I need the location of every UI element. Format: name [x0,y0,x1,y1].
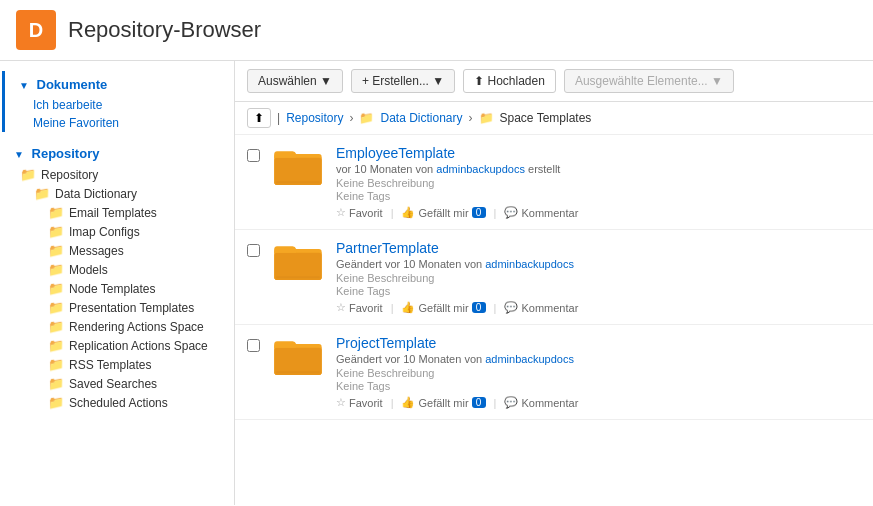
create-button[interactable]: + Erstellen... ▼ [351,69,455,93]
sidebar-tree-item-10[interactable]: 📁RSS Templates [0,355,234,374]
sidebar-tree-label: Messages [69,244,124,258]
breadcrumb-up-button[interactable]: ⬆ [247,108,271,128]
up-arrow-icon: ⬆ [254,111,264,125]
comment-link-employee-template[interactable]: 💬 Kommentar [504,206,578,219]
item-checkbox-0[interactable] [247,149,260,162]
folder-icon-tree: 📁 [48,376,64,391]
like-link-employee-template[interactable]: 👍 Gefällt mir 0 [401,206,485,219]
select-button[interactable]: Auswählen ▼ [247,69,343,93]
sidebar: ▼ Dokumente Ich bearbeite Meine Favorite… [0,61,235,505]
item-title-partner-template[interactable]: PartnerTemplate [336,240,861,256]
sidebar-tree-item-0[interactable]: 📁Repository [0,165,234,184]
svg-rect-13 [274,348,321,375]
item-author-partner-template[interactable]: adminbackupdocs [485,258,574,270]
item-meta-partner-template: Geändert vor 10 Monaten von adminbackupd… [336,258,861,270]
sidebar-tree-item-7[interactable]: 📁Presentation Templates [0,298,234,317]
divider1-partner-template: | [391,302,394,314]
item-title-project-template[interactable]: ProjectTemplate [336,335,861,351]
sidebar-tree-label: Data Dictionary [55,187,137,201]
item-author-project-template[interactable]: adminbackupdocs [485,353,574,365]
thumb-icon-employee-template: 👍 [401,206,415,219]
sidebar-tree-item-5[interactable]: 📁Models [0,260,234,279]
logo-letter: D [29,19,43,42]
sidebar-tree-item-12[interactable]: 📁Scheduled Actions [0,393,234,412]
folder-icon-tree: 📁 [48,281,64,296]
comment-icon-partner-template: 💬 [504,301,518,314]
item-meta-employee-template: vor 10 Monaten von adminbackupdocs erste… [336,163,861,175]
item-tags-partner-template: Keine Tags [336,285,861,297]
sidebar-tree-label: Models [69,263,108,277]
comment-label-partner-template: Kommentar [521,302,578,314]
like-count-project-template: 0 [472,397,486,408]
breadcrumb: ⬆ | Repository › 📁 Data Dictionary › 📁 S… [235,102,873,135]
divider1-project-template: | [391,397,394,409]
sidebar-tree-item-1[interactable]: 📁Data Dictionary [0,184,234,203]
comment-link-partner-template[interactable]: 💬 Kommentar [504,301,578,314]
item-author-employee-template[interactable]: adminbackupdocs [436,163,525,175]
sidebar-tree-item-6[interactable]: 📁Node Templates [0,279,234,298]
sidebar-tree-item-9[interactable]: 📁Replication Actions Space [0,336,234,355]
like-count-employee-template: 0 [472,207,486,218]
folder-icon-tree: 📁 [48,357,64,372]
comment-icon-employee-template: 💬 [504,206,518,219]
comment-label-project-template: Kommentar [521,397,578,409]
sidebar-tree-label: Imap Configs [69,225,140,239]
item-title-employee-template[interactable]: EmployeeTemplate [336,145,861,161]
sidebar-tree-item-3[interactable]: 📁Imap Configs [0,222,234,241]
item-tags-project-template: Keine Tags [336,380,861,392]
favorit-label-employee-template: Favorit [349,207,383,219]
folder-icon-tree: 📁 [48,395,64,410]
favorit-link-project-template[interactable]: ☆ Favorit [336,396,383,409]
sidebar-tree-label: Scheduled Actions [69,396,168,410]
selected-elements-button[interactable]: Ausgewählte Elemente... ▼ [564,69,734,93]
divider2-employee-template: | [494,207,497,219]
sidebar-tree: 📁Repository📁Data Dictionary📁Email Templa… [0,165,234,412]
logo: D [16,10,56,50]
main-layout: ▼ Dokumente Ich bearbeite Meine Favorite… [0,61,873,505]
like-link-project-template[interactable]: 👍 Gefällt mir 0 [401,396,485,409]
folder-icon-tree: 📁 [20,167,36,182]
like-link-partner-template[interactable]: 👍 Gefällt mir 0 [401,301,485,314]
sidebar-item-ich-bearbeite[interactable]: Ich bearbeite [5,96,234,114]
item-actions-project-template: ☆ Favorit | 👍 Gefällt mir 0 | 💬 Kommenta… [336,396,861,409]
item-details-project-template: ProjectTemplate Geändert vor 10 Monaten … [336,335,861,409]
folder-icon-tree: 📁 [48,243,64,258]
divider2-partner-template: | [494,302,497,314]
folder-icon-project-template [272,335,324,379]
favorit-link-partner-template[interactable]: ☆ Favorit [336,301,383,314]
like-label-project-template: Gefällt mir [418,397,468,409]
star-icon-employee-template: ☆ [336,206,346,219]
sidebar-tree-item-2[interactable]: 📁Email Templates [0,203,234,222]
table-row: ProjectTemplate Geändert vor 10 Monaten … [235,325,873,420]
svg-rect-3 [274,158,321,185]
sidebar-item-meine-favoriten[interactable]: Meine Favoriten [5,114,234,132]
item-description-project-template: Keine Beschreibung [336,367,861,379]
like-label-employee-template: Gefällt mir [418,207,468,219]
star-icon-project-template: ☆ [336,396,346,409]
breadcrumb-repository[interactable]: Repository [286,111,343,125]
item-checkbox-2[interactable] [247,339,260,352]
folder-icon-tree: 📁 [48,319,64,334]
table-row: EmployeeTemplate vor 10 Monaten von admi… [235,135,873,230]
folder-icon-dd: 📁 [359,111,374,125]
item-checkbox-1[interactable] [247,244,260,257]
sidebar-section-dokumente[interactable]: ▼ Dokumente [5,71,234,96]
sidebar-tree-item-4[interactable]: 📁Messages [0,241,234,260]
sidebar-tree-item-8[interactable]: 📁Rendering Actions Space [0,317,234,336]
breadcrumb-data-dictionary[interactable]: Data Dictionary [380,111,462,125]
svg-rect-9 [276,276,320,278]
sidebar-section-repository[interactable]: ▼ Repository [0,140,234,165]
folder-icon-tree: 📁 [48,300,64,315]
comment-link-project-template[interactable]: 💬 Kommentar [504,396,578,409]
item-meta-project-template: Geändert vor 10 Monaten von adminbackupd… [336,353,861,365]
comment-label-employee-template: Kommentar [521,207,578,219]
toolbar: Auswählen ▼ + Erstellen... ▼ ⬆ Hochladen… [235,61,873,102]
upload-button[interactable]: ⬆ Hochladen [463,69,556,93]
svg-rect-8 [274,253,321,280]
favorit-link-employee-template[interactable]: ☆ Favorit [336,206,383,219]
sidebar-tree-label: Repository [41,168,98,182]
sidebar-tree-item-11[interactable]: 📁Saved Searches [0,374,234,393]
star-icon-partner-template: ☆ [336,301,346,314]
folder-icon-tree: 📁 [34,186,50,201]
divider1-employee-template: | [391,207,394,219]
